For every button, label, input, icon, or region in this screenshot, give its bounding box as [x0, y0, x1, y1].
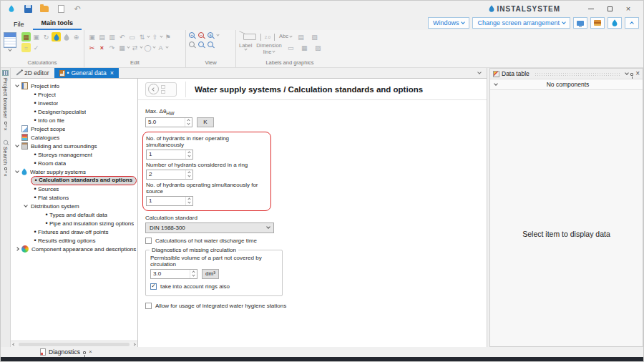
zoom-out-icon[interactable]: − [198, 32, 204, 38]
tree-item-results-editing[interactable]: •Results editing options [11, 236, 137, 245]
save-button[interactable] [23, 4, 33, 14]
copy-button[interactable]: ▣ [87, 32, 97, 41]
close-tab-icon[interactable]: × [110, 69, 114, 77]
max-dt-input[interactable]: 5.0 [145, 117, 192, 127]
image-button[interactable]: ▨ [313, 43, 323, 52]
dimension-line-menu-button[interactable]: Dimensionline [256, 43, 281, 55]
open-button[interactable] [39, 4, 49, 14]
tab-main-tools[interactable]: Main tools [33, 18, 82, 30]
tree-item-sources[interactable]: •Sources [11, 185, 137, 193]
group-button[interactable]: ▦ [117, 43, 127, 52]
chevron-down-icon[interactable] [625, 71, 629, 75]
split-button[interactable]: ⇅ [137, 32, 147, 41]
raise-button[interactable]: ⇧ [150, 32, 160, 41]
close-button[interactable]: × [619, 2, 638, 15]
tab-diagnostics[interactable]: Diagnostics [49, 348, 80, 356]
spinner[interactable] [185, 118, 192, 127]
minimize-button[interactable] [582, 2, 600, 15]
tree-item-component-appearance[interactable]: Component appearance and descriptions co… [11, 245, 137, 253]
paste-button[interactable]: ▤ [97, 32, 107, 41]
spinner[interactable] [185, 197, 192, 205]
list-button[interactable]: ▤ [296, 32, 306, 41]
chevron-right-icon[interactable] [15, 247, 19, 251]
tree-item-project-info[interactable]: Project info [11, 82, 137, 90]
spinner[interactable] [185, 170, 192, 179]
hot-water-checkbox-row[interactable]: Calculations of hot water discharge time [145, 238, 487, 244]
close-panel-icon[interactable]: × [635, 70, 640, 77]
crosshair-button[interactable]: ⊕ [72, 32, 81, 41]
refresh-button[interactable]: ↻ [42, 32, 51, 41]
calc-machine-button[interactable]: ▦ [21, 32, 31, 41]
hydrants-riser-input[interactable]: 1 [146, 150, 193, 160]
pin-icon[interactable] [630, 73, 633, 76]
pin-icon[interactable] [4, 167, 7, 170]
checkbox-checked[interactable]: ✓ [150, 283, 157, 290]
kelvin-unit-button[interactable]: K [197, 117, 214, 127]
abc-button[interactable]: Abc [279, 34, 292, 40]
equals-button[interactable]: = [21, 43, 31, 52]
shape-button[interactable]: ◯ [143, 43, 152, 52]
rings-checkbox-row[interactable]: ✓ take into account rings also [150, 283, 278, 290]
tree-item-building[interactable]: Building and surroundings [11, 142, 137, 150]
tree-item-project-scope[interactable]: Project scope [11, 124, 137, 133]
hatch-button[interactable]: ▨ [310, 32, 319, 41]
hydrants-source-input[interactable]: 1 [146, 196, 193, 206]
tree-item-distribution-system[interactable]: Distribution system [11, 202, 137, 210]
tree-item-water-supply[interactable]: Water supply systems [11, 167, 137, 176]
new-page-button[interactable]: ▭ [286, 43, 296, 52]
delete-button[interactable]: × [97, 43, 107, 52]
tab-general-data[interactable]: • General data × [54, 68, 119, 78]
maximize-button[interactable] [600, 2, 619, 15]
water-calc-button[interactable] [52, 32, 61, 41]
tree-item-calculation-standards[interactable]: •Calculation standards and options [11, 176, 137, 185]
font-button[interactable]: A [156, 43, 165, 52]
chevron-down-icon[interactable] [15, 83, 19, 87]
tree-item-types-default[interactable]: •Types and default data [11, 210, 137, 219]
table-button[interactable]: ▦ [300, 43, 309, 52]
spinner[interactable] [185, 150, 192, 159]
tree-item-investor[interactable]: •Investor [11, 99, 137, 107]
scrollbar-thumb[interactable] [19, 343, 130, 346]
zoom-all-icon[interactable]: a [208, 32, 213, 38]
panel-drag-texture[interactable] [535, 72, 620, 76]
tree-item-storeys[interactable]: •Storeys management [11, 150, 137, 159]
sidebar-tab-project-browser[interactable]: Project browser [2, 78, 9, 119]
close-icon[interactable]: × [89, 349, 92, 355]
selected-tree-item[interactable]: •Calculation standards and options [31, 176, 137, 185]
hydrants-ring-input[interactable]: 2 [146, 170, 193, 180]
tree-horizontal-scrollbar[interactable] [11, 341, 137, 347]
clipboard-button[interactable]: ▥ [107, 32, 117, 41]
rotate-button[interactable]: ↷ [107, 43, 117, 52]
help-library-button[interactable] [590, 17, 605, 29]
tree-item-flat-stations[interactable]: •Flat stations [11, 193, 137, 202]
checkbox-unchecked[interactable] [145, 238, 152, 244]
screen-layout-button[interactable] [573, 17, 587, 29]
zoom-in-icon[interactable]: + [189, 32, 195, 38]
about-button[interactable] [608, 17, 622, 29]
change-screen-arrangement-button[interactable]: Change screen arrangement [472, 17, 570, 29]
dm3-unit-button[interactable]: dm³ [202, 269, 219, 279]
zoom-region-icon[interactable] [189, 41, 195, 47]
textbox-button[interactable]: ▭ [127, 32, 137, 41]
pin-icon[interactable] [4, 122, 7, 124]
new-file-button[interactable] [56, 4, 66, 14]
checkbox-unchecked[interactable] [145, 303, 152, 309]
calc-settings-button[interactable]: ▣ [31, 32, 41, 41]
close-icon[interactable]: × [4, 127, 7, 132]
collapse-ribbon-button[interactable] [625, 17, 639, 29]
undo-ribbon-button[interactable]: ↶ [117, 32, 127, 41]
flag-button[interactable]: ⚑ [163, 32, 172, 41]
spinner[interactable] [190, 270, 197, 278]
chevron-down-icon[interactable] [15, 143, 19, 147]
close-icon[interactable]: × [4, 172, 7, 178]
tree-item-pipe-insulation[interactable]: •Pipe and insulation sizing options [11, 219, 137, 228]
tree-item-room-data[interactable]: •Room data [11, 159, 137, 167]
pin-icon[interactable] [83, 351, 86, 354]
calc-standard-select[interactable]: DIN 1988-300 [145, 222, 274, 233]
verify-button[interactable]: ✓ [31, 43, 41, 52]
drop-gray-button[interactable] [62, 32, 71, 41]
zoom-window-icon[interactable] [198, 41, 204, 47]
zoom-previous-icon[interactable] [208, 41, 213, 47]
tree-item-catalogues[interactable]: Catalogues [11, 133, 137, 142]
tree-item-info-on-file[interactable]: •Info on file [11, 116, 137, 124]
